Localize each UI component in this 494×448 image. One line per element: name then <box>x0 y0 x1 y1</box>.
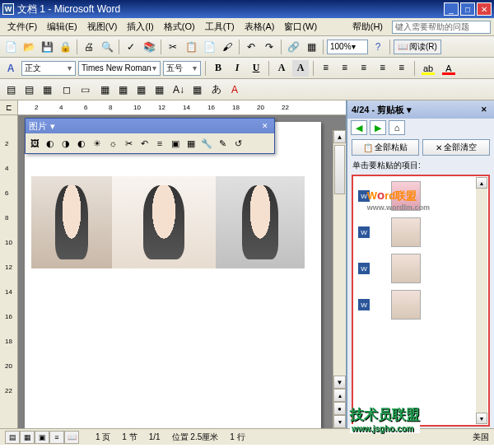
menu-view[interactable]: 视图(V) <box>83 19 122 35</box>
nav-back-icon[interactable]: ◀ <box>351 120 367 135</box>
tool4-icon[interactable]: ▦ <box>151 82 167 98</box>
inserted-image-1[interactable] <box>31 176 112 268</box>
scroll-up-icon[interactable]: ▲ <box>333 130 346 143</box>
insert-picture-icon[interactable]: 🖼 <box>27 136 42 151</box>
horizontal-ruler[interactable]: ⊏ 246810121416182022 <box>0 100 346 115</box>
more-contrast-icon[interactable]: ◑ <box>58 136 73 151</box>
style-combo[interactable]: 正文▾ <box>21 61 76 76</box>
minimize-button[interactable]: _ <box>444 2 459 16</box>
transparent-icon[interactable]: ✎ <box>215 136 230 151</box>
char-border-button[interactable]: A <box>273 60 290 77</box>
inserted-image-2[interactable] <box>112 176 216 268</box>
align-center-button[interactable]: ≡ <box>337 60 353 77</box>
less-bright-icon[interactable]: ☼ <box>105 136 120 151</box>
save-icon[interactable]: 💾 <box>39 39 55 55</box>
ime-icon[interactable]: あ <box>208 82 225 98</box>
web-view-icon[interactable]: ▦ <box>20 431 35 444</box>
vertical-scrollbar[interactable]: ▲ ▼ ▴ ● ▾ <box>333 130 346 428</box>
research-icon[interactable]: 📚 <box>141 39 157 55</box>
less-contrast-icon[interactable]: ◐ <box>74 136 89 151</box>
vertical-ruler[interactable]: 246810121416182022 <box>0 115 18 428</box>
compress-icon[interactable]: ▣ <box>168 136 183 151</box>
clear-all-button[interactable]: ✕ 全部清空 <box>422 139 490 156</box>
menu-window[interactable]: 窗口(W) <box>280 19 321 35</box>
taskpane-dropdown-icon[interactable]: ▾ <box>407 105 412 115</box>
highlight-button[interactable]: ab <box>419 60 437 77</box>
menu-tools[interactable]: 工具(T) <box>201 19 239 35</box>
tool3-icon[interactable]: ▦ <box>133 82 149 98</box>
open-icon[interactable]: 📂 <box>21 39 37 55</box>
char-shading-button[interactable]: A <box>292 60 309 77</box>
scroll-thumb[interactable] <box>334 145 345 194</box>
styles-pane-icon[interactable]: A <box>2 60 19 77</box>
bold-button[interactable]: B <box>210 60 226 77</box>
inserted-image-3[interactable] <box>216 176 305 268</box>
spellcheck-icon[interactable]: ✓ <box>123 39 139 55</box>
clipboard-item[interactable]: W <box>357 216 485 249</box>
line-spacing-button[interactable]: ≡ <box>394 60 410 77</box>
copy-icon[interactable]: 📋 <box>183 39 199 55</box>
clip-scroll-down-icon[interactable]: ▼ <box>476 413 487 424</box>
taskpane-close-icon[interactable]: ✕ <box>478 104 490 115</box>
normal-view-icon[interactable]: ▤ <box>5 431 20 444</box>
nav-home-icon[interactable]: ⌂ <box>389 120 405 135</box>
permission-icon[interactable]: 🔒 <box>57 39 73 55</box>
redo-icon[interactable]: ↷ <box>261 39 277 55</box>
scroll-down-icon[interactable]: ▼ <box>333 376 346 389</box>
paste-all-button[interactable]: 📋 全部粘贴 <box>352 139 419 156</box>
print-view-icon[interactable]: ▣ <box>35 431 49 444</box>
hyperlink-icon[interactable]: 🔗 <box>285 39 301 55</box>
menu-file[interactable]: 文件(F) <box>3 19 41 35</box>
align-justify-button[interactable]: ≡ <box>375 60 391 77</box>
zoom-combo[interactable]: 100%▾ <box>327 40 368 54</box>
outline-view-icon[interactable]: ≡ <box>49 431 64 444</box>
menu-format[interactable]: 格式(O) <box>160 19 199 35</box>
text-wrap-icon[interactable]: ▦ <box>184 136 198 151</box>
align-right-button[interactable]: ≡ <box>356 60 372 77</box>
next-page-icon[interactable]: ▾ <box>333 415 346 428</box>
maximize-button[interactable]: □ <box>460 2 475 16</box>
format-painter-icon[interactable]: 🖌 <box>219 39 235 55</box>
insert-icon[interactable]: ▦ <box>189 82 205 98</box>
tool1-icon[interactable]: ▦ <box>96 82 113 98</box>
paste-icon[interactable]: 📄 <box>201 39 217 55</box>
new-doc-icon[interactable]: 📄 <box>2 39 19 55</box>
size-combo[interactable]: 五号▾ <box>163 61 201 76</box>
color-mode-icon[interactable]: ◐ <box>43 136 58 151</box>
insert-text-icon[interactable]: ▭ <box>77 82 93 98</box>
crop-icon[interactable]: ✂ <box>121 136 136 151</box>
format-object-icon[interactable]: 🔧 <box>199 136 214 151</box>
undo-icon[interactable]: ↶ <box>243 39 259 55</box>
rotate-left-icon[interactable]: ↶ <box>137 136 151 151</box>
insert-frame-icon[interactable]: ◻ <box>58 82 75 98</box>
nav-forward-icon[interactable]: ▶ <box>370 120 386 135</box>
cut-icon[interactable]: ✂ <box>165 39 181 55</box>
italic-button[interactable]: I <box>229 60 245 77</box>
menu-edit[interactable]: 编辑(E) <box>43 19 82 35</box>
clip-scroll-up-icon[interactable]: ▲ <box>476 177 487 189</box>
browse-object-icon[interactable]: ● <box>333 402 346 415</box>
align-left-button[interactable]: ≡ <box>318 60 334 77</box>
picture-toolbar-close-icon[interactable]: ✕ <box>259 120 271 132</box>
table-icon[interactable]: ▦ <box>303 39 319 55</box>
tool2-icon[interactable]: ▦ <box>114 82 131 98</box>
print-icon[interactable]: 🖨 <box>81 39 97 55</box>
picture-floating-toolbar[interactable]: 图片 ▾ ✕ 🖼 ◐ ◑ ◐ ☀ ☼ ✂ ↶ ≡ ▣ ▦ 🔧 <box>25 118 275 154</box>
reset-picture-icon[interactable]: ↺ <box>231 136 245 151</box>
font-color-button[interactable]: A <box>440 60 458 77</box>
menu-table[interactable]: 表格(A) <box>240 19 279 35</box>
prev-page-icon[interactable]: ▴ <box>333 389 346 402</box>
preview-icon[interactable]: 🔍 <box>99 39 115 55</box>
clipboard-item[interactable]: W <box>357 288 485 321</box>
help-search-input[interactable]: 键入需要帮助的问题 <box>392 21 491 34</box>
read-view-icon[interactable]: 📖 <box>64 431 79 444</box>
picture-toolbar-dropdown-icon[interactable]: ▾ <box>50 121 55 132</box>
outline3-icon[interactable]: ▦ <box>39 82 55 98</box>
menu-insert[interactable]: 插入(I) <box>123 19 157 35</box>
underline-button[interactable]: U <box>248 60 264 77</box>
help-icon[interactable]: ? <box>370 39 386 55</box>
menu-help[interactable]: 帮助(H) <box>348 19 387 35</box>
read-mode-button[interactable]: 📖 阅读(R) <box>394 40 441 54</box>
more-bright-icon[interactable]: ☀ <box>90 136 105 151</box>
line-style-icon[interactable]: ≡ <box>152 136 167 151</box>
